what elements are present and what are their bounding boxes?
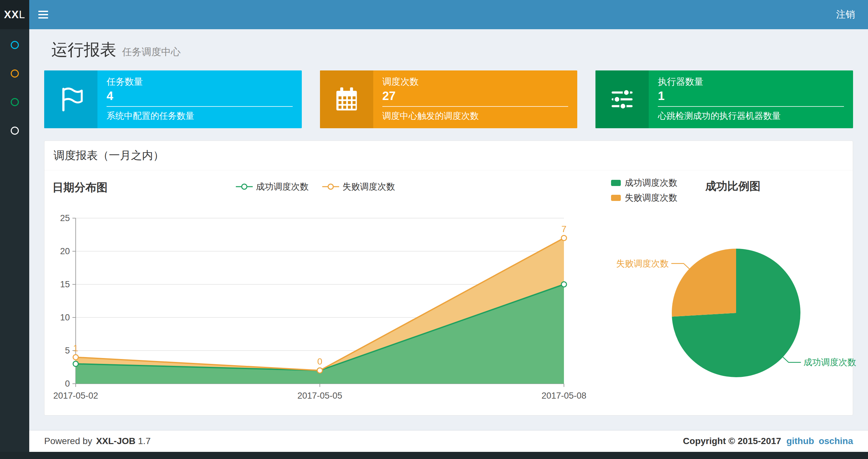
svg-text:15: 15 <box>60 280 70 289</box>
circle-icon <box>11 127 19 135</box>
pie-chart-svg: 成功调度次数失败调度次数 <box>588 200 845 401</box>
sidebar-item-1[interactable] <box>0 31 29 59</box>
svg-text:2017-05-08: 2017-05-08 <box>541 391 586 400</box>
pie-chart[interactable]: 成功调度次数失败调度次数 <box>588 200 845 401</box>
line-legend-marker <box>322 183 339 190</box>
line-chart-section: 日期分布图 成功调度次数 失败调度次数 05101520252017-05-02… <box>52 170 579 401</box>
svg-text:7: 7 <box>561 224 566 234</box>
line-legend-item[interactable]: 成功调度次数 <box>236 181 309 193</box>
info-box-body: 调度次数 27 调度中心触发的调度次数 <box>373 70 578 128</box>
footer-link-github[interactable]: github <box>786 436 814 446</box>
powered-by-text: Powered by <box>44 436 92 446</box>
app-window: XXL 注销 运行报表 任务调度中心 任务数量 4 系统 <box>0 0 868 459</box>
page-title: 运行报表 任务调度中心 <box>51 39 853 61</box>
info-box-desc: 系统中配置的任务数量 <box>106 110 293 122</box>
line-chart-header: 日期分布图 成功调度次数 失败调度次数 <box>52 170 579 200</box>
calendar-icon-panel <box>320 70 373 128</box>
info-box-desc: 心跳检测成功的执行器机器数量 <box>658 110 844 122</box>
line-legend-label: 成功调度次数 <box>256 181 309 193</box>
version-text: 1.7 <box>138 436 151 446</box>
calendar-icon <box>333 86 360 113</box>
pie-chart-title: 成功比例图 <box>705 179 761 194</box>
sidebar <box>0 29 29 452</box>
brand-text: XXL-JOB <box>96 436 135 446</box>
line-chart-legend: 成功调度次数 失败调度次数 <box>236 181 395 193</box>
footer-links: githuboschina <box>786 436 853 446</box>
info-boxes-row: 任务数量 4 系统中配置的任务数量 调度次数 27 调度中心触发的调度次数 执行… <box>44 70 853 128</box>
content-wrapper: 运行报表 任务调度中心 任务数量 4 系统中配置的任务数量 调度次数 27 调度… <box>29 29 868 452</box>
panel-title: 调度报表（一月之内） <box>44 141 853 170</box>
pie-chart-header: 成功调度次数 失败调度次数 成功比例图 <box>588 170 845 200</box>
pie-legend-item[interactable]: 失败调度次数 <box>611 192 677 203</box>
flag-icon <box>57 86 85 113</box>
svg-text:2017-05-05: 2017-05-05 <box>297 391 342 400</box>
info-box-value: 1 <box>658 89 844 103</box>
svg-text:0: 0 <box>317 356 322 366</box>
sidebar-item-4[interactable] <box>0 116 29 145</box>
flag-icon-panel <box>44 70 97 128</box>
pie-chart-legend: 成功调度次数 失败调度次数 <box>611 177 677 203</box>
svg-text:成功调度次数: 成功调度次数 <box>804 357 856 367</box>
line-chart-title: 日期分布图 <box>52 180 107 195</box>
pie-legend-swatch <box>611 180 621 186</box>
pie-chart-section: 成功调度次数 失败调度次数 成功比例图 成功调度次数失败调度次数 <box>588 170 845 401</box>
line-legend-marker <box>236 183 253 190</box>
svg-text:5: 5 <box>65 346 70 356</box>
info-box-executors: 执行器数量 1 心跳检测成功的执行器机器数量 <box>595 70 853 128</box>
svg-text:20: 20 <box>60 247 70 256</box>
info-box-divider <box>106 106 293 107</box>
footer-copyright: Copyright © 2015-2017 githuboschina <box>683 436 853 446</box>
sidebar-toggle-button[interactable] <box>29 0 57 29</box>
sliders-icon <box>609 86 636 113</box>
logo-text-bold: XX <box>4 8 19 21</box>
page-subtitle: 任务调度中心 <box>122 45 181 59</box>
info-box-triggers: 调度次数 27 调度中心触发的调度次数 <box>320 70 578 128</box>
info-box-tasks: 任务数量 4 系统中配置的任务数量 <box>44 70 302 128</box>
info-box-divider <box>382 106 568 107</box>
pie-legend-label: 失败调度次数 <box>625 192 677 203</box>
line-legend-label: 失败调度次数 <box>342 181 395 193</box>
info-box-title: 任务数量 <box>106 76 293 88</box>
navbar-spacer <box>57 0 823 29</box>
svg-text:0: 0 <box>65 379 70 389</box>
info-box-title: 执行器数量 <box>658 76 844 88</box>
line-chart-svg: 05101520252017-05-022017-05-052017-05-08… <box>52 200 572 401</box>
pie-legend-swatch <box>611 195 621 201</box>
top-navbar: XXL 注销 <box>0 0 868 29</box>
info-box-divider <box>658 106 844 107</box>
content-header: 运行报表 任务调度中心 <box>44 29 853 61</box>
line-legend-item[interactable]: 失败调度次数 <box>322 181 395 193</box>
info-box-value: 4 <box>106 89 293 103</box>
sliders-icon-panel <box>595 70 649 128</box>
copyright-text: Copyright © 2015-2017 <box>683 436 781 446</box>
sidebar-item-3[interactable] <box>0 88 29 116</box>
panel-body: 日期分布图 成功调度次数 失败调度次数 05101520252017-05-02… <box>44 170 853 415</box>
report-panel: 调度报表（一月之内） 日期分布图 成功调度次数 失败调度次数 051015202… <box>44 140 853 416</box>
info-box-desc: 调度中心触发的调度次数 <box>382 110 568 122</box>
hamburger-icon <box>38 11 48 19</box>
svg-text:10: 10 <box>60 313 70 322</box>
circle-icon <box>11 98 19 106</box>
app-logo[interactable]: XXL <box>0 0 29 29</box>
logo-text-light: L <box>19 8 25 21</box>
svg-text:25: 25 <box>60 213 70 223</box>
main-area: 运行报表 任务调度中心 任务数量 4 系统中配置的任务数量 调度次数 27 调度… <box>0 29 868 452</box>
info-box-title: 调度次数 <box>382 76 568 88</box>
footer: Powered by XXL-JOB 1.7 Copyright © 2015-… <box>29 430 868 452</box>
page-content: 运行报表 任务调度中心 任务数量 4 系统中配置的任务数量 调度次数 27 调度… <box>29 29 868 430</box>
bottom-strip <box>0 452 868 459</box>
pie-legend-label: 成功调度次数 <box>625 177 677 189</box>
svg-text:失败调度次数: 失败调度次数 <box>616 259 669 268</box>
page-title-text: 运行报表 <box>51 39 116 61</box>
pie-legend-item[interactable]: 成功调度次数 <box>611 177 677 189</box>
circle-icon <box>11 69 19 77</box>
sidebar-item-2[interactable] <box>0 59 29 88</box>
line-chart[interactable]: 05101520252017-05-022017-05-052017-05-08… <box>52 200 579 401</box>
footer-powered-by: Powered by XXL-JOB 1.7 <box>44 436 152 446</box>
info-box-value: 27 <box>382 89 568 103</box>
logout-link[interactable]: 注销 <box>823 0 868 29</box>
info-box-body: 任务数量 4 系统中配置的任务数量 <box>97 70 302 128</box>
svg-text:1: 1 <box>73 343 78 353</box>
info-box-body: 执行器数量 1 心跳检测成功的执行器机器数量 <box>649 70 853 128</box>
footer-link-oschina[interactable]: oschina <box>818 436 853 446</box>
